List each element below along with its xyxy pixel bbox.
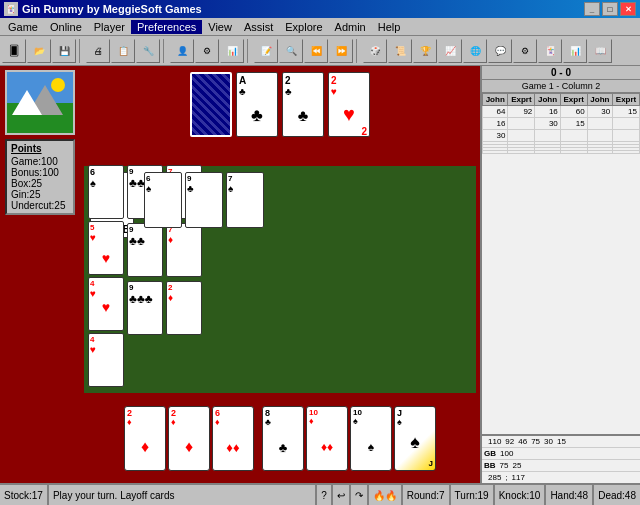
meld2-card3[interactable]: 9 ♣♣♣: [127, 281, 163, 335]
minimize-button[interactable]: _: [584, 2, 600, 16]
toolbar: 🂠 📂 💾 🖨 📋 🔧 👤 ⚙ 📊 📝 🔍 ⏪ ⏩ 🎲 📜 🏆 📈 🌐 💬 ⚙ …: [0, 36, 640, 66]
knock-status: Knock:10: [495, 485, 547, 505]
toolbar-btn16[interactable]: 💬: [488, 39, 512, 63]
toolbar-print[interactable]: 🖨: [86, 39, 110, 63]
menu-preferences[interactable]: Preferences: [131, 20, 202, 34]
toolbar-btn5[interactable]: ⚙: [195, 39, 219, 63]
menu-help[interactable]: Help: [372, 20, 407, 34]
toolbar-open[interactable]: 📂: [27, 39, 51, 63]
left-sidebar: Points Game:100 Bonus:100 Box:25 Gin:25 …: [0, 66, 80, 483]
score-row-1: 64 92 16 60 30 15: [483, 106, 640, 118]
player-card-10d[interactable]: 10 ♦ ♦♦: [306, 406, 348, 471]
stock-count: Stock:17: [4, 490, 43, 501]
meld3-card3[interactable]: 2 ♦: [166, 281, 202, 335]
opponent-facedown-card: [190, 72, 232, 137]
undo-icon[interactable]: ↩: [337, 490, 345, 501]
r3c6: [613, 130, 640, 142]
grand-total-row: 285 ; 117: [482, 472, 640, 483]
meld-group-1: 6 ♠ 5 ♥ ♥ 4 ♥ ♥ 4 ♥: [88, 165, 124, 387]
toolbar-btn11[interactable]: 🎲: [363, 39, 387, 63]
toolbar-book[interactable]: 📖: [588, 39, 612, 63]
score-row-2: 16 30 15: [483, 118, 640, 130]
mountain-left: [12, 90, 42, 115]
maximize-button[interactable]: □: [602, 2, 618, 16]
toolbar-stats[interactable]: 📊: [563, 39, 587, 63]
menu-explore[interactable]: Explore: [279, 20, 328, 34]
toolbar-btn2[interactable]: 📋: [111, 39, 135, 63]
r3c4: [560, 130, 587, 142]
title-controls: _ □ ✕: [584, 2, 636, 16]
r2c1: 16: [483, 118, 508, 130]
toolbar-btn6[interactable]: 📊: [220, 39, 244, 63]
score-table: John Exprt John Exprt John Exprt 64 92 1…: [482, 93, 640, 154]
meld3-card2[interactable]: 7 ♦: [166, 223, 202, 277]
bb-val: 75: [500, 461, 509, 470]
opponent-area: A ♣ ♣ 2 ♣ ♣ 2 ♥ ♥ 2: [80, 66, 480, 166]
opponent-card-2hearts[interactable]: 2 ♥ ♥ 2: [328, 72, 370, 137]
player-card-2d2[interactable]: 2 ♦ ♦: [168, 406, 210, 471]
meld2-card2[interactable]: 9 ♣♣: [127, 223, 163, 277]
r1c6: 15: [613, 106, 640, 118]
hand-status: Hand:48: [546, 485, 594, 505]
toolbar-btn3[interactable]: 🔧: [136, 39, 160, 63]
help-icon[interactable]: ?: [321, 490, 327, 501]
r2c3: 30: [535, 118, 560, 130]
status-bar: Stock:17 Play your turn. Layoff cards ? …: [0, 483, 640, 505]
menu-player[interactable]: Player: [88, 20, 131, 34]
redo-btn[interactable]: ↷: [351, 485, 369, 505]
hand-count: Hand:48: [550, 490, 588, 501]
bonus-points: Bonus:100: [11, 167, 69, 178]
player-card-10s[interactable]: 10 ♠ ♠: [350, 406, 392, 471]
toolbar-btn13[interactable]: 🏆: [413, 39, 437, 63]
toolbar-btn4[interactable]: 👤: [170, 39, 194, 63]
menu-view[interactable]: View: [202, 20, 238, 34]
toolbar-cards[interactable]: 🃏: [538, 39, 562, 63]
menu-online[interactable]: Online: [44, 20, 88, 34]
points-box: Points Game:100 Bonus:100 Box:25 Gin:25 …: [5, 139, 75, 215]
r3c3: [535, 130, 560, 142]
meld1-card3[interactable]: 4 ♥ ♥: [88, 277, 124, 331]
score-panel: 0 - 0 Game 1 - Column 2 John Exprt John …: [480, 66, 640, 483]
undo-btn[interactable]: ↩: [333, 485, 351, 505]
toolbar-btn12[interactable]: 📜: [388, 39, 412, 63]
toolbar-sep4: [356, 39, 360, 63]
toolbar-new[interactable]: 🂠: [2, 39, 26, 63]
player-card-8c[interactable]: 8 ♣ ♣: [262, 406, 304, 471]
col-exprt1: Exprt: [508, 94, 535, 106]
player-card-js[interactable]: J ♠ ♠ J: [394, 406, 436, 471]
r3c5: [587, 130, 612, 142]
opponent-card-2clubs[interactable]: 2 ♣ ♣: [282, 72, 324, 137]
close-button[interactable]: ✕: [620, 2, 636, 16]
gb-row: GB 100: [482, 448, 640, 460]
discard-6spades[interactable]: 6 ♠: [144, 172, 182, 228]
meld1-card2[interactable]: 5 ♥ ♥: [88, 221, 124, 275]
grand-total-val1: 285: [488, 473, 501, 482]
toolbar-btn14[interactable]: 📈: [438, 39, 462, 63]
player-card-6d[interactable]: 6 ♦ ♦♦: [212, 406, 254, 471]
meld1-card4[interactable]: 4 ♥: [88, 333, 124, 387]
player-card-2d1[interactable]: 2 ♦ ♦: [124, 406, 166, 471]
score-row-3: 30: [483, 130, 640, 142]
opponent-card-ace[interactable]: A ♣ ♣: [236, 72, 278, 137]
menu-assist[interactable]: Assist: [238, 20, 279, 34]
discard-7spades[interactable]: 7 ♠: [226, 172, 264, 228]
col-exprt3: Exprt: [613, 94, 640, 106]
toolbar-btn10[interactable]: ⏩: [329, 39, 353, 63]
round-status: Round:7: [403, 485, 451, 505]
r1c5: 30: [587, 106, 612, 118]
redo-icon[interactable]: ↷: [355, 490, 363, 501]
menu-game[interactable]: Game: [2, 20, 44, 34]
game-area: A ♣ ♣ 2 ♣ ♣ 2 ♥ ♥ 2: [80, 66, 480, 483]
toolbar-save[interactable]: 💾: [52, 39, 76, 63]
menu-admin[interactable]: Admin: [329, 20, 372, 34]
discard-9clubs[interactable]: 9 ♣: [185, 172, 223, 228]
toolbar-btn7[interactable]: 📝: [254, 39, 278, 63]
toolbar-btn8[interactable]: 🔍: [279, 39, 303, 63]
toolbar-settings[interactable]: ⚙: [513, 39, 537, 63]
toolbar-btn9[interactable]: ⏪: [304, 39, 328, 63]
meld1-card1[interactable]: 6 ♠: [88, 165, 124, 219]
toolbar-btn15[interactable]: 🌐: [463, 39, 487, 63]
help-btn[interactable]: ?: [317, 485, 333, 505]
turn-count: Turn:19: [455, 490, 489, 501]
round-count: Round:7: [407, 490, 445, 501]
